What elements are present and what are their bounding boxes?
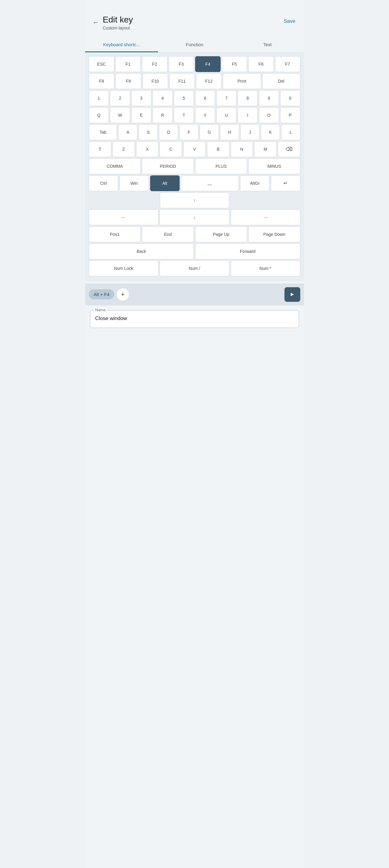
- key-minus[interactable]: MINUS: [248, 158, 300, 174]
- key-r[interactable]: R: [153, 107, 173, 123]
- key-win[interactable]: Win: [120, 175, 149, 191]
- key-f6[interactable]: F6: [248, 56, 274, 72]
- key-row-7: COMMA PERIOD PLUS MINUS: [89, 158, 300, 174]
- key-f1[interactable]: F1: [116, 56, 141, 72]
- send-button[interactable]: ►: [285, 287, 300, 302]
- key-print[interactable]: Print: [223, 73, 261, 89]
- key-f11[interactable]: F11: [169, 73, 195, 89]
- key-2[interactable]: 2: [110, 90, 130, 106]
- key-row-8: Ctrl Win Alt ⎵ AltGr ↵: [89, 175, 300, 191]
- key-f12[interactable]: F12: [196, 73, 222, 89]
- tab-text[interactable]: Text: [231, 38, 304, 52]
- key-f4[interactable]: F4: [195, 56, 221, 72]
- key-nummul[interactable]: Num *: [231, 260, 300, 276]
- key-space[interactable]: ⎵: [181, 175, 239, 191]
- key-h[interactable]: H: [220, 124, 239, 140]
- key-ctrl[interactable]: Ctrl: [89, 175, 118, 191]
- key-row-nav2: Back Forward: [89, 243, 300, 259]
- key-tab[interactable]: Tab: [89, 124, 117, 140]
- key-enter[interactable]: ↵: [271, 175, 300, 191]
- key-backspace[interactable]: ⌫: [278, 141, 300, 157]
- key-alt[interactable]: Alt: [150, 175, 180, 191]
- key-up[interactable]: ↑: [160, 192, 229, 208]
- key-down[interactable]: ↓: [160, 209, 229, 225]
- key-j[interactable]: J: [240, 124, 260, 140]
- key-k[interactable]: K: [261, 124, 280, 140]
- key-p[interactable]: P: [280, 107, 300, 123]
- key-y[interactable]: Y: [195, 107, 215, 123]
- key-c[interactable]: C: [160, 141, 182, 157]
- key-f10[interactable]: F10: [142, 73, 168, 89]
- bottom-bar: Alt + F4 + ►: [85, 284, 304, 305]
- key-w[interactable]: W: [110, 107, 130, 123]
- page-subtitle: Custom layout: [103, 26, 133, 30]
- key-numdiv[interactable]: Num /: [160, 260, 229, 276]
- key-right[interactable]: →: [231, 209, 300, 225]
- key-e[interactable]: E: [131, 107, 151, 123]
- name-label: Name: [94, 308, 107, 312]
- key-q[interactable]: Q: [89, 107, 109, 123]
- key-f7[interactable]: F7: [275, 56, 300, 72]
- key-0[interactable]: 0: [280, 90, 300, 106]
- key-b[interactable]: B: [207, 141, 229, 157]
- key-f3[interactable]: F3: [169, 56, 194, 72]
- key-u[interactable]: U: [216, 107, 236, 123]
- header-left: ← Edit key Custom layout: [92, 14, 133, 30]
- key-end[interactable]: End: [142, 226, 194, 242]
- key-row-2: F8 F9 F10 F11 F12 Print Del: [89, 73, 300, 89]
- key-f[interactable]: F: [179, 124, 198, 140]
- key-row-up: ↑: [89, 192, 300, 208]
- key-pagedown[interactable]: Page Down: [248, 226, 300, 242]
- key-plus[interactable]: PLUS: [195, 158, 247, 174]
- key-z[interactable]: Z: [112, 141, 135, 157]
- key-comma[interactable]: COMMA: [89, 158, 141, 174]
- save-button[interactable]: Save: [282, 16, 297, 27]
- key-3[interactable]: 3: [131, 90, 151, 106]
- key-v[interactable]: V: [183, 141, 206, 157]
- key-row-arrows: ← ↓ →: [89, 209, 300, 225]
- key-6[interactable]: 6: [195, 90, 215, 106]
- key-f2[interactable]: F2: [142, 56, 167, 72]
- key-7[interactable]: 7: [216, 90, 236, 106]
- shortcut-display: Alt + F4: [89, 289, 114, 299]
- key-row-num: Num Lock Num / Num *: [89, 260, 300, 276]
- key-5[interactable]: 5: [174, 90, 194, 106]
- key-del[interactable]: Del: [262, 73, 300, 89]
- key-8[interactable]: 8: [238, 90, 258, 106]
- key-4[interactable]: 4: [153, 90, 173, 106]
- key-shift[interactable]: ⇧: [89, 141, 111, 157]
- key-m[interactable]: M: [254, 141, 277, 157]
- key-i[interactable]: I: [238, 107, 258, 123]
- name-input[interactable]: Close window: [95, 314, 294, 324]
- key-back[interactable]: Back: [89, 243, 194, 259]
- key-left[interactable]: ←: [89, 209, 158, 225]
- key-row-4: Q W E R T Y U I O P: [89, 107, 300, 123]
- key-s[interactable]: S: [138, 124, 158, 140]
- key-n[interactable]: N: [231, 141, 253, 157]
- key-a[interactable]: A: [118, 124, 137, 140]
- key-d[interactable]: D: [159, 124, 178, 140]
- key-esc[interactable]: ESC: [89, 56, 114, 72]
- key-9[interactable]: 9: [259, 90, 279, 106]
- send-icon: ►: [290, 291, 295, 298]
- key-g[interactable]: G: [200, 124, 219, 140]
- key-altgr[interactable]: AltGr: [240, 175, 269, 191]
- key-f8[interactable]: F8: [89, 73, 114, 89]
- key-numlock[interactable]: Num Lock: [89, 260, 158, 276]
- add-modifier-button[interactable]: +: [117, 288, 129, 301]
- key-l[interactable]: L: [281, 124, 300, 140]
- key-f5[interactable]: F5: [222, 56, 248, 72]
- key-f9[interactable]: F9: [116, 73, 141, 89]
- key-forward[interactable]: Forward: [195, 243, 300, 259]
- key-pageup[interactable]: Page Up: [195, 226, 247, 242]
- tab-keyboard-shortcuts[interactable]: Keyboard shortc...: [85, 38, 158, 52]
- key-x[interactable]: X: [136, 141, 159, 157]
- tab-function[interactable]: Function: [158, 38, 231, 52]
- key-pos1[interactable]: Pos1: [89, 226, 141, 242]
- key-o[interactable]: O: [259, 107, 279, 123]
- back-button[interactable]: ←: [92, 19, 99, 26]
- key-1[interactable]: 1: [89, 90, 109, 106]
- key-t[interactable]: T: [174, 107, 194, 123]
- key-period[interactable]: PERIOD: [142, 158, 194, 174]
- keyboard-area: ESC F1 F2 F3 F4 F5 F6 F7 F8 F9 F10 F11 F…: [85, 53, 304, 281]
